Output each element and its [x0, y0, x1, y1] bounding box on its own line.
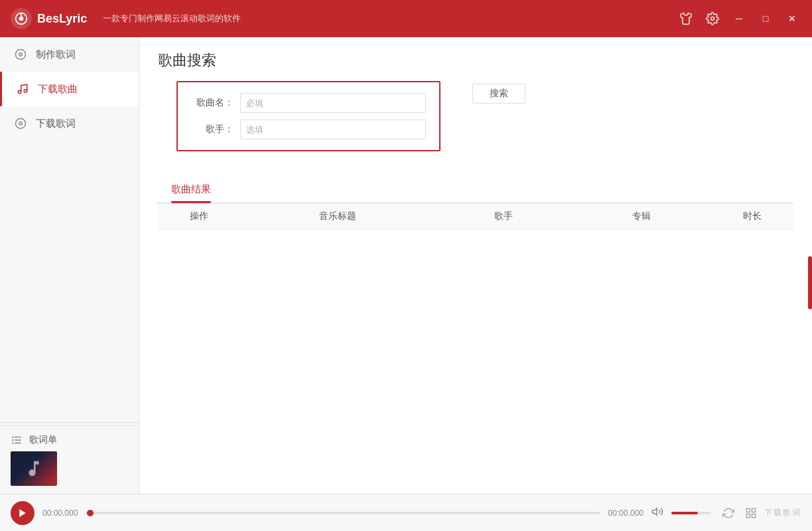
col-header-title: 音乐标题	[241, 204, 435, 230]
progress-dot	[87, 510, 94, 516]
svg-point-9	[19, 122, 23, 125]
sidebar: 制作歌词 下载歌曲 下	[0, 37, 139, 494]
song-name-input[interactable]	[240, 93, 426, 113]
volume-fill	[671, 512, 698, 514]
search-button[interactable]: 搜索	[472, 84, 525, 104]
svg-point-7	[24, 90, 27, 93]
window-controls: ─ □ ✕	[677, 9, 801, 28]
playlist-thumbnail	[11, 451, 57, 486]
maximize-button[interactable]: □	[756, 9, 775, 28]
svg-point-4	[16, 50, 26, 60]
svg-rect-18	[746, 514, 750, 517]
artist-label: 歌手：	[191, 123, 234, 135]
col-header-action: 操作	[158, 204, 241, 230]
svg-point-6	[18, 90, 21, 94]
svg-marker-14	[653, 508, 657, 515]
svg-rect-15	[746, 508, 750, 512]
sidebar-bottom: 歌词单	[0, 425, 139, 494]
svg-marker-13	[19, 509, 25, 517]
watermark: 下载歌词	[764, 507, 801, 518]
svg-point-3	[711, 17, 714, 21]
current-time: 00:00.000	[42, 508, 78, 518]
table-area: 操作 音乐标题 歌手 专辑 时长	[158, 203, 793, 230]
playlist-header: 歌词单	[11, 434, 128, 446]
tab-list: 歌曲结果	[158, 178, 793, 203]
close-button[interactable]: ✕	[783, 9, 801, 28]
bottom-icon-1[interactable]	[719, 504, 738, 522]
sidebar-nav: 制作歌词 下载歌曲 下	[0, 37, 139, 419]
app-logo	[11, 8, 32, 29]
progress-bar[interactable]	[86, 512, 600, 514]
song-name-label: 歌曲名：	[191, 97, 234, 109]
sidebar-item-download-songs-label: 下载歌曲	[38, 83, 78, 96]
total-time: 00:00.000	[608, 508, 643, 518]
table-header-row: 操作 音乐标题 歌手 专辑 时长	[158, 204, 793, 230]
sidebar-item-download-lyrics[interactable]: 下载歌词	[0, 106, 139, 141]
svg-point-5	[19, 53, 23, 56]
col-header-duration: 时长	[710, 204, 793, 230]
playlist-icon	[11, 434, 23, 446]
col-header-artist: 歌手	[435, 204, 573, 230]
svg-rect-17	[752, 514, 756, 517]
minimize-button[interactable]: ─	[730, 9, 748, 28]
sidebar-item-download-lyrics-label: 下载歌词	[36, 117, 76, 130]
search-section: 歌曲名： 歌手： 搜索	[139, 81, 812, 165]
scroll-indicator[interactable]	[808, 256, 812, 309]
settings-icon[interactable]	[703, 9, 722, 28]
bottom-icon-2[interactable]	[742, 504, 760, 522]
page-title: 歌曲搜索	[139, 37, 812, 81]
search-form: 歌曲名： 歌手：	[176, 81, 440, 151]
tab-song-results[interactable]: 歌曲结果	[158, 178, 224, 202]
artist-input[interactable]	[240, 119, 426, 139]
playlist-thumb-image	[11, 451, 57, 486]
sidebar-item-make-lyrics[interactable]: 制作歌词	[0, 37, 139, 72]
make-lyrics-icon	[13, 47, 28, 62]
results-table: 操作 音乐标题 歌手 专辑 时长	[158, 203, 793, 230]
search-btn-area: 搜索	[459, 81, 525, 104]
title-bar: BesLyric 一款专门制作网易云滚动歌词的软件 ─ □ ✕	[0, 0, 812, 37]
volume-icon[interactable]	[651, 506, 663, 520]
svg-point-1	[19, 17, 24, 21]
clothing-icon[interactable]	[677, 9, 695, 28]
app-subtitle: 一款专门制作网易云滚动歌词的软件	[103, 13, 677, 25]
bottom-bar: 00:00.000 00:00.000 下载歌词	[0, 494, 812, 531]
sidebar-item-make-lyrics-label: 制作歌词	[36, 48, 76, 61]
app-name: BesLyric	[37, 12, 87, 26]
artist-row: 歌手：	[191, 119, 426, 139]
main-layout: 制作歌词 下载歌曲 下	[0, 37, 812, 494]
col-header-album: 专辑	[573, 204, 710, 230]
bottom-right-buttons: 下载歌词	[719, 504, 801, 522]
svg-point-8	[16, 119, 26, 129]
sidebar-item-download-songs[interactable]: 下载歌曲	[0, 72, 139, 106]
song-name-row: 歌曲名：	[191, 93, 426, 113]
svg-rect-16	[752, 508, 756, 512]
download-songs-icon	[15, 82, 30, 96]
volume-bar[interactable]	[671, 512, 711, 514]
download-lyrics-icon	[13, 116, 28, 131]
playlist-label: 歌词单	[29, 434, 57, 446]
play-button[interactable]	[11, 501, 34, 525]
sidebar-divider	[0, 422, 139, 423]
tabs-area: 歌曲结果 操作 音乐标题 歌手 专辑 时长	[139, 178, 812, 230]
content-area: 歌曲搜索 歌曲名： 歌手： 搜索 歌曲结果	[139, 37, 812, 494]
